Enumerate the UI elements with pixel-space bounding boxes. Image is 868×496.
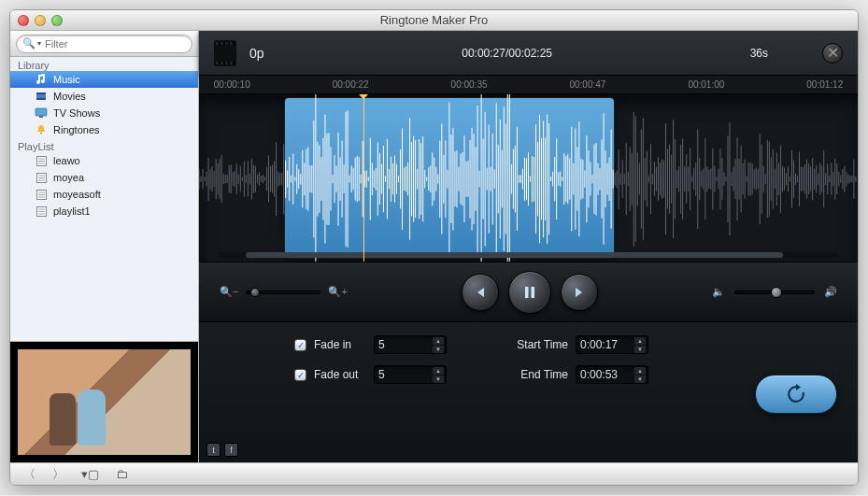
close-editor-button[interactable]: ✕ <box>822 43 843 64</box>
end-time-label: End Time <box>503 368 568 381</box>
nav-forward-button[interactable]: 〉 <box>52 466 64 483</box>
sidebar-item-ringtones[interactable]: Ringtones <box>10 121 198 138</box>
svg-point-5 <box>40 133 42 135</box>
window-title: Ringtone Maker Pro <box>10 13 858 27</box>
playhead[interactable] <box>363 94 364 262</box>
parameters-panel: ✓ Fade in 5▲▼ ✓ Fade out 5▲▼ Start Time … <box>199 322 858 462</box>
bell-icon <box>35 124 48 135</box>
filter-field[interactable]: 🔍 ▾ <box>16 35 192 53</box>
volume-high-icon: 🔊 <box>824 286 837 298</box>
filter-input[interactable] <box>45 38 186 50</box>
sidebar-item-label: Music <box>53 74 80 85</box>
playlist-item[interactable]: playlist1 <box>10 203 198 220</box>
folder-button[interactable]: 🗀 <box>116 467 128 481</box>
convert-button[interactable] <box>755 375 837 414</box>
library-list: Music Movies TV Shows <box>10 71 198 138</box>
view-mode-button[interactable]: ▾▢ <box>81 467 99 481</box>
editor-header: 0p 00:00:27/00:02:25 36s ✕ <box>199 31 858 76</box>
sidebar-item-label: Movies <box>53 91 86 102</box>
playlist-icon <box>35 155 48 166</box>
transport-controls: 🔍− 🔍+ 🔈 🔊 <box>199 262 858 322</box>
fade-in-checkbox[interactable]: ✓ <box>294 339 306 351</box>
stepper-icon[interactable]: ▲▼ <box>433 337 444 352</box>
playlist-item[interactable]: moyeasoft <box>10 186 198 203</box>
svg-rect-2 <box>36 98 46 100</box>
scrollbar-thumb[interactable] <box>246 252 783 258</box>
end-time-value[interactable]: 0:00:53▲▼ <box>576 365 648 384</box>
library-heading: Library <box>10 57 198 71</box>
stepper-icon[interactable]: ▲▼ <box>634 337 646 352</box>
playlist-heading: PlayList <box>10 138 198 152</box>
sidebar: 🔍 ▾ Library Music Movies <box>10 31 199 462</box>
waveform-svg <box>199 94 858 262</box>
sidebar-item-movies[interactable]: Movies <box>10 88 198 105</box>
svg-rect-11 <box>531 287 534 298</box>
social-links: t f <box>206 443 238 457</box>
playlist-icon <box>35 205 48 217</box>
selection-duration: 36s <box>750 47 768 60</box>
svg-rect-4 <box>39 116 43 118</box>
ruler-tick: 00:00:10 <box>214 79 250 90</box>
sidebar-item-label: TV Shows <box>53 107 100 119</box>
ruler-tick: 00:00:22 <box>333 79 369 90</box>
nav-back-button[interactable]: 〈 <box>23 466 36 483</box>
stepper-icon[interactable]: ▲▼ <box>634 367 646 382</box>
time-ruler[interactable]: 00:00:10 00:00:22 00:00:35 00:00:47 00:0… <box>199 76 858 94</box>
editor-panel: 0p 00:00:27/00:02:25 36s ✕ 00:00:10 00:0… <box>199 31 858 462</box>
film-clip-icon <box>214 40 236 66</box>
twitter-icon[interactable]: t <box>206 443 221 457</box>
goto-end-button[interactable] <box>561 274 598 311</box>
fade-out-value[interactable]: 5▲▼ <box>374 365 447 384</box>
fade-in-value[interactable]: 5▲▼ <box>374 335 447 354</box>
playlist-list: leawo moyea moyeasoft playlist1 <box>10 152 198 220</box>
sidebar-item-label: Ringtones <box>53 124 100 135</box>
music-icon <box>35 74 48 85</box>
playlist-item-label: playlist1 <box>53 205 91 217</box>
playlist-icon <box>35 172 48 183</box>
volume-slider-knob[interactable] <box>771 287 782 298</box>
filter-dropdown-icon[interactable]: ▾ <box>37 39 41 48</box>
volume-low-icon: 🔈 <box>712 286 725 298</box>
stepper-icon[interactable]: ▲▼ <box>433 367 444 382</box>
play-pause-button[interactable] <box>508 271 551 314</box>
titlebar: Ringtone Maker Pro <box>10 10 858 31</box>
playlist-icon <box>35 189 48 200</box>
movies-icon <box>35 91 48 102</box>
facebook-icon[interactable]: f <box>224 443 238 457</box>
video-preview[interactable] <box>10 341 198 462</box>
start-time-label: Start Time <box>503 338 568 351</box>
svg-rect-1 <box>36 92 46 94</box>
preview-thumbnail <box>18 349 191 455</box>
track-label: 0p <box>249 46 264 61</box>
playlist-item[interactable]: leawo <box>10 152 198 169</box>
ruler-tick: 00:01:12 <box>806 79 843 90</box>
ruler-tick: 00:00:47 <box>569 79 605 90</box>
app-window: Ringtone Maker Pro 🔍 ▾ Library Music <box>9 9 859 486</box>
ruler-tick: 00:01:00 <box>688 79 724 90</box>
svg-rect-10 <box>525 287 529 298</box>
sidebar-item-tvshows[interactable]: TV Shows <box>10 105 198 121</box>
sidebar-item-music[interactable]: Music <box>10 71 198 88</box>
fade-out-checkbox[interactable]: ✓ <box>294 369 306 381</box>
playlist-item-label: moyeasoft <box>53 189 101 200</box>
start-time-value[interactable]: 0:00:17▲▼ <box>576 335 648 354</box>
goto-start-button[interactable] <box>462 274 499 311</box>
filter-bar: 🔍 ▾ <box>10 31 198 57</box>
volume-slider[interactable] <box>734 291 815 294</box>
footer-toolbar: 〈 〉 ▾▢ 🗀 <box>10 462 858 485</box>
refresh-icon <box>784 382 808 406</box>
waveform-scrollbar[interactable] <box>218 252 839 258</box>
zoom-in-icon[interactable]: 🔍+ <box>328 286 347 298</box>
fade-in-label: Fade in <box>314 338 366 351</box>
search-icon: 🔍 <box>22 37 36 50</box>
svg-rect-3 <box>36 108 47 116</box>
playlist-item-label: moyea <box>53 172 84 183</box>
zoom-slider[interactable] <box>246 291 320 294</box>
time-display: 00:00:27/00:02:25 <box>462 47 552 60</box>
tv-icon <box>35 107 48 119</box>
zoom-slider-knob[interactable] <box>250 288 260 297</box>
playlist-item[interactable]: moyea <box>10 169 198 186</box>
zoom-out-icon[interactable]: 🔍− <box>220 286 238 298</box>
waveform-area[interactable] <box>199 94 858 262</box>
playlist-item-label: leawo <box>53 155 80 166</box>
